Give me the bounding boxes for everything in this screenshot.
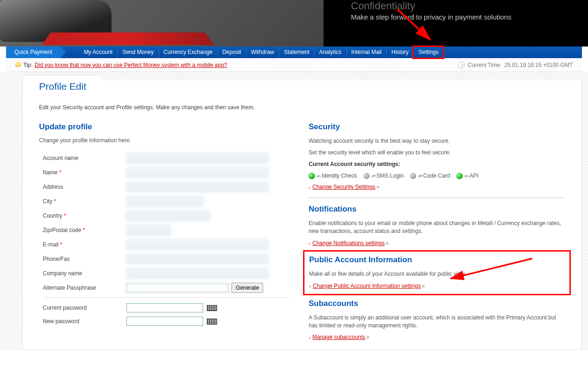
label-email: E-mail * xyxy=(43,241,126,248)
nav-history[interactable]: History xyxy=(386,46,413,58)
status-dot-icon xyxy=(456,173,462,179)
svg-line-0 xyxy=(397,9,430,40)
notifications-heading: Notifications xyxy=(309,205,565,214)
passphrase-input[interactable] xyxy=(126,283,229,292)
tip-link[interactable]: Did you know that now you can use Perfec… xyxy=(35,62,227,68)
nav-my-account[interactable]: My Account xyxy=(79,46,117,58)
current-password-input[interactable] xyxy=(126,303,203,312)
time-label: Current Time: xyxy=(468,62,502,68)
quick-payment-button[interactable]: Quick Payment xyxy=(6,46,60,58)
manage-subaccounts-link[interactable]: Manage subaccounts xyxy=(312,334,365,340)
city-input[interactable] xyxy=(126,196,203,206)
label-passphrase: Alternate Passphrase xyxy=(43,285,126,291)
nav-send-money[interactable]: Send Money xyxy=(117,46,158,58)
opt-identity: Identity Check xyxy=(322,173,357,179)
update-profile-column: Update profile Change your profile infor… xyxy=(39,122,290,340)
zip-input[interactable] xyxy=(126,225,171,235)
page-subtitle: Edit your Security account and Profile s… xyxy=(39,104,565,111)
keyboard-icon[interactable] xyxy=(207,319,217,325)
security-heading: Security xyxy=(309,122,565,132)
status-dot-icon xyxy=(363,173,370,179)
opt-sms: SMS Login xyxy=(377,173,404,179)
nav-internal-mail[interactable]: Internal Mail xyxy=(346,46,386,58)
nav-deposit[interactable]: Deposit xyxy=(217,46,246,58)
nav-statement[interactable]: Statement xyxy=(279,46,314,58)
account-name-input[interactable] xyxy=(126,153,268,163)
svg-line-1 xyxy=(451,259,532,279)
label-address: Address xyxy=(43,184,126,190)
notifications-text: Enable notifications to your email or mo… xyxy=(309,219,565,235)
name-input[interactable] xyxy=(126,167,268,178)
security-line1: Watching account security is the best wa… xyxy=(309,137,565,145)
banner-image-placeholder xyxy=(0,0,324,46)
generate-button[interactable]: Generate xyxy=(231,283,263,293)
annotation-arrow-settings xyxy=(395,7,451,46)
status-dot-icon xyxy=(410,173,416,179)
label-zip: Zip/Postal code * xyxy=(43,227,126,233)
tip-label: Tip: xyxy=(23,62,33,68)
nav-currency-exchange[interactable]: Currency Exchange xyxy=(159,46,217,58)
label-company: Company name xyxy=(43,270,126,277)
nav-withdraw[interactable]: Withdraw xyxy=(246,46,279,58)
clock-icon xyxy=(458,61,465,68)
annotation-arrow-public xyxy=(444,256,537,284)
nav-analytics[interactable]: Analytics xyxy=(314,46,346,58)
country-select[interactable] xyxy=(126,211,210,221)
change-security-link[interactable]: Change Security Settings xyxy=(312,184,375,190)
security-current-label: Current Account security settings: xyxy=(309,160,565,168)
page-title: Profile Edit xyxy=(22,75,101,96)
main-nav: Quick Payment My Account Send Money Curr… xyxy=(6,46,582,58)
update-profile-hint: Change your profile information here. xyxy=(39,137,290,144)
label-phone: Phone/Fax xyxy=(43,256,126,262)
change-notifications-link[interactable]: Change Notifications settings xyxy=(312,240,384,246)
label-account-name: Account name xyxy=(43,155,126,161)
label-current-password: Current password xyxy=(43,305,126,311)
change-public-account-link[interactable]: Change Public Account Information settin… xyxy=(313,283,421,289)
time-value: 25.01.19 16:15 +0100 GMT xyxy=(504,62,573,68)
hero-banner: Confidentiality Make a step forward to p… xyxy=(0,0,588,46)
tip-bulb-icon xyxy=(15,62,21,68)
label-country: Country * xyxy=(43,212,126,219)
sidebar-sections: Security Watching account security is th… xyxy=(309,122,565,340)
info-bar: Tip: Did you know that now you can use P… xyxy=(6,58,582,72)
address-input[interactable] xyxy=(126,182,268,192)
content-panel: Profile Edit Edit your Security account … xyxy=(22,80,582,350)
subaccounts-text: A Subaccount is simply an additional use… xyxy=(309,314,565,330)
security-line2: Set the security level which will enable… xyxy=(309,149,565,157)
highlight-public-account: Public Account Information Make all or f… xyxy=(303,250,571,295)
update-profile-heading: Update profile xyxy=(39,122,290,132)
label-name: Name * xyxy=(43,169,126,176)
company-input[interactable] xyxy=(126,268,268,279)
email-input[interactable] xyxy=(126,239,268,250)
phone-input[interactable] xyxy=(126,254,268,264)
opt-api: API xyxy=(469,173,478,179)
keyboard-icon[interactable] xyxy=(207,305,217,311)
status-dot-icon xyxy=(309,173,315,179)
label-city: City * xyxy=(43,198,126,205)
new-password-input[interactable] xyxy=(126,317,203,326)
label-new-password: New password xyxy=(43,318,126,325)
subaccounts-heading: Subaccounts xyxy=(309,299,565,308)
opt-code: Code Card xyxy=(423,173,450,179)
nav-settings[interactable]: Settings xyxy=(413,46,443,58)
